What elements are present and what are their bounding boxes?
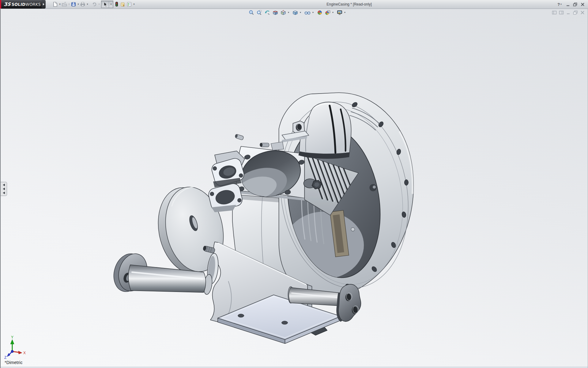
brand-wordmark: ƷSSOLIDWORKS	[3, 2, 41, 7]
edit-appearance-ball-icon	[317, 10, 322, 15]
minimize-button[interactable]	[564, 1, 571, 8]
open-dropdown[interactable]: ▾	[68, 1, 70, 8]
zoom-to-fit-button[interactable]	[247, 9, 255, 16]
graphics-area[interactable]: ▾ ▾ ▾	[0, 9, 588, 368]
section-view-icon	[273, 10, 278, 15]
close-document-button[interactable]	[579, 10, 586, 15]
minimize-icon	[566, 2, 570, 6]
view-settings-button[interactable]	[336, 9, 344, 16]
undo-dropdown[interactable]: ▾	[98, 1, 100, 8]
view-settings-monitor-icon	[337, 10, 342, 15]
open-folder-icon	[62, 2, 67, 7]
options-checklist-icon	[126, 2, 132, 7]
select-dropdown[interactable]: ▾	[109, 1, 113, 8]
print-dropdown[interactable]: ▾	[86, 1, 89, 8]
view-orientation-dropdown[interactable]: ▾	[287, 9, 290, 16]
minimize-document-button[interactable]	[565, 10, 571, 15]
view-settings-dropdown[interactable]: ▾	[344, 9, 346, 16]
undo-arrow-icon	[92, 2, 97, 7]
document-title: EngineCasing * [Read-only]	[326, 2, 371, 6]
restore-document-button[interactable]	[572, 10, 579, 15]
triple-left-arrows-icon	[3, 184, 5, 186]
section-view-button[interactable]	[271, 9, 279, 16]
title-bar: ƷSSOLIDWORKS ▾ ▾ ▾	[0, 0, 588, 9]
help-icon: ?	[557, 2, 560, 7]
select-button[interactable]	[101, 1, 109, 8]
select-cursor-icon	[103, 2, 107, 7]
print-icon	[80, 2, 85, 7]
file-properties-button[interactable]	[120, 1, 126, 8]
hide-show-items-button[interactable]	[303, 9, 312, 16]
pane-left-icon	[552, 10, 557, 15]
restore-icon	[573, 10, 578, 15]
close-button[interactable]	[579, 1, 586, 8]
window-controls: ?▾	[555, 1, 586, 8]
view-orientation-label: *Dimetric	[5, 360, 23, 365]
view-orientation-cube-icon	[281, 10, 286, 15]
standard-toolbar: ▾ ▾ ▾ ▾ ▾	[52, 1, 135, 8]
save-button[interactable]	[70, 1, 77, 8]
hide-show-items-dropdown[interactable]: ▾	[312, 9, 314, 16]
display-style-dropdown[interactable]: ▾	[299, 9, 302, 16]
minimize-icon	[566, 10, 571, 15]
close-icon	[581, 2, 585, 6]
feature-manager-collapsed-tab[interactable]	[1, 182, 7, 196]
options-dropdown[interactable]: ▾	[133, 1, 135, 8]
new-dropdown[interactable]: ▾	[58, 1, 61, 8]
chevron-right-icon	[43, 3, 45, 6]
save-floppy-icon	[71, 2, 76, 7]
help-dropdown[interactable]: ▾	[560, 3, 562, 6]
intake-flanges[interactable]	[207, 151, 246, 212]
zoom-to-area-icon	[257, 10, 262, 15]
rebuild-button[interactable]	[114, 1, 119, 8]
apply-scene-dropdown[interactable]: ▾	[332, 9, 334, 16]
file-properties-icon	[120, 2, 126, 7]
triple-left-arrows-icon	[3, 188, 5, 190]
y-axis-label: Y	[11, 335, 13, 339]
collapse-pane-right-button[interactable]	[558, 10, 564, 15]
display-style-cube-icon	[292, 10, 298, 15]
solidworks-logo: ƷSSOLIDWORKS	[1, 0, 42, 9]
x-axis-label: X	[23, 351, 26, 355]
close-icon	[580, 10, 585, 15]
select-button-group: ▾	[101, 1, 113, 8]
help-button[interactable]: ?▾	[555, 1, 564, 8]
zoom-to-area-button[interactable]	[255, 9, 263, 16]
new-button[interactable]	[52, 1, 58, 8]
brand-3s-glyph: ƷS	[3, 2, 11, 7]
heads-up-view-toolbar: ▾ ▾ ▾	[247, 9, 346, 16]
open-button[interactable]	[61, 1, 67, 8]
apply-scene-icon	[325, 10, 330, 15]
zoom-to-fit-icon	[249, 10, 254, 15]
menu-expander-button[interactable]	[42, 0, 46, 9]
collapse-pane-left-button[interactable]	[551, 10, 557, 15]
view-orientation-button[interactable]	[279, 9, 287, 16]
stud-pin	[235, 134, 244, 140]
restore-icon	[573, 2, 577, 6]
rebuild-traffic-light-icon	[114, 2, 119, 7]
triad-origin	[11, 350, 13, 353]
print-button[interactable]	[80, 1, 86, 8]
x-axis-arrow	[18, 351, 22, 354]
previous-view-icon	[265, 10, 270, 15]
hide-show-glasses-icon	[304, 10, 311, 15]
status-bar-edge	[1, 367, 588, 368]
document-window-controls	[550, 10, 586, 15]
previous-view-button[interactable]	[263, 9, 271, 16]
save-dropdown[interactable]: ▾	[77, 1, 80, 8]
undo-button[interactable]	[91, 1, 97, 8]
display-style-button[interactable]	[291, 9, 299, 16]
triple-left-arrows-icon	[3, 192, 5, 194]
z-axis-label: Z	[4, 355, 6, 360]
pane-right-icon	[559, 10, 564, 15]
options-button[interactable]	[126, 1, 132, 8]
edit-appearance-button[interactable]	[316, 9, 324, 16]
orientation-triad: Y X Z	[1, 335, 30, 360]
new-document-icon	[52, 2, 58, 7]
y-axis-arrow	[10, 339, 14, 344]
model-engine-casing[interactable]	[1, 9, 588, 368]
restore-button[interactable]	[571, 1, 579, 8]
apply-scene-button[interactable]	[324, 9, 332, 16]
